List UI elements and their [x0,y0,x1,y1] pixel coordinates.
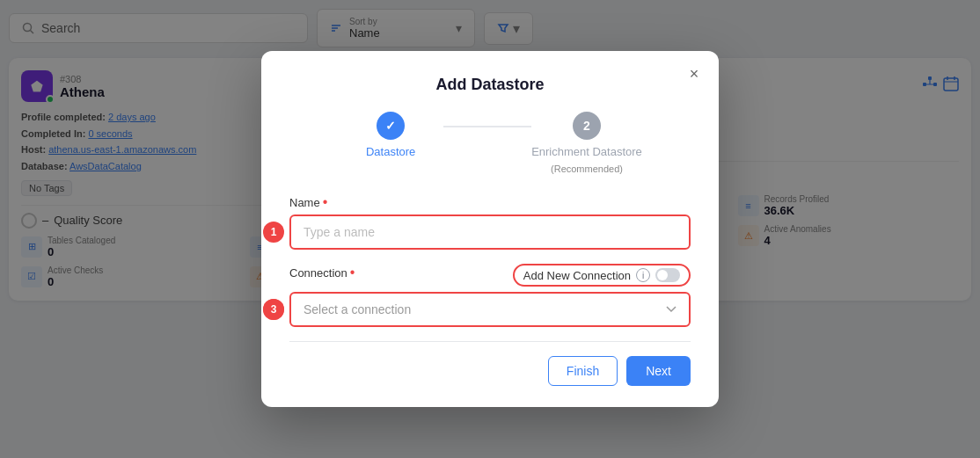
name-form-group: Name • 1 [289,195,691,250]
add-datastore-modal: × Add Datastore ✓ Datastore 2 Enrichment… [261,51,719,407]
modal-title: Add Datastore [289,76,691,94]
step-badge-3: 3 [263,299,284,320]
name-required-dot: • [323,195,328,209]
connection-form-group: Connection • Add New Connection i 2 3 Se… [289,264,691,327]
modal-divider [289,341,691,342]
add-connection-text: Add New Connection [523,269,631,282]
connection-field-wrapper: 2 3 Select a connection [289,292,691,327]
select-wrapper: 3 Select a connection [289,292,691,327]
toggle-switch[interactable] [655,268,680,282]
connection-label: Connection • [289,265,355,280]
close-button[interactable]: × [684,63,705,84]
step-1-label: Datastore [366,145,415,158]
info-icon: i [636,268,650,282]
add-connection-toggle[interactable]: Add New Connection i [513,264,691,287]
steps-line [443,126,531,127]
name-input[interactable] [289,214,691,250]
finish-button[interactable]: Finish [548,356,618,386]
modal-overlay: × Add Datastore ✓ Datastore 2 Enrichment… [0,0,980,458]
step-badge-1: 1 [263,222,284,243]
connection-select[interactable]: Select a connection [289,292,691,327]
name-label: Name • [289,195,691,209]
connection-row: Connection • Add New Connection i [289,264,691,287]
step-2-sublabel: (Recommended) [551,164,623,174]
step-1-circle: ✓ [377,112,405,140]
name-field-wrapper: 1 [289,214,691,250]
modal-footer: Finish Next [289,356,691,386]
step-1-datastore: ✓ Datastore [338,112,443,158]
next-button[interactable]: Next [626,356,691,386]
connection-required-dot: • [350,265,355,280]
step-2-enrichment: 2 Enrichment Datastore (Recommended) [531,112,642,174]
step-2-circle: 2 [573,112,601,140]
step-2-label: Enrichment Datastore [531,145,642,158]
steps-container: ✓ Datastore 2 Enrichment Datastore (Reco… [289,112,691,174]
